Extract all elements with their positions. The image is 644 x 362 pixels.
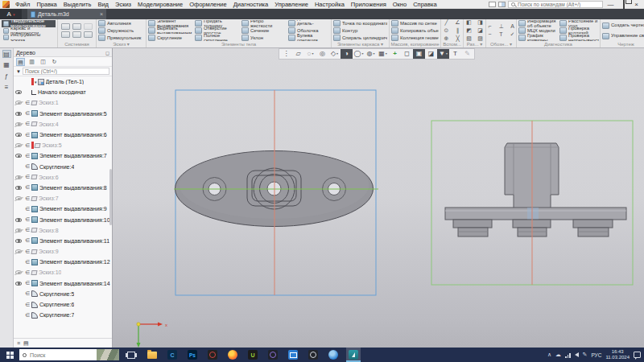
tree-item[interactable]: ∈Эскиз:5	[14, 140, 112, 150]
language-indicator[interactable]: РУС	[591, 352, 601, 358]
menu-item[interactable]: Приложения	[348, 1, 390, 8]
menu-item[interactable]: Справка	[410, 1, 440, 8]
model-scene[interactable]: x	[113, 48, 644, 348]
offset-plane-icon[interactable]: ⊕	[442, 35, 451, 42]
eye-icon[interactable]	[15, 282, 22, 286]
expander-icon[interactable]: ▾	[35, 80, 37, 84]
tree-toolbar-icon-1[interactable]: ▥	[27, 58, 36, 66]
partition-2-icon[interactable]: ◨	[476, 19, 485, 26]
cross-section-icon[interactable]: ╳	[453, 35, 462, 42]
tree-item[interactable]: ∈Элемент выдавливания:7	[14, 150, 112, 161]
kompas-3d-taskbar-button[interactable]	[346, 348, 361, 362]
ribbon-button[interactable]: Проверка коллизий	[559, 27, 599, 35]
ribbon-button[interactable]: Оболочка	[288, 27, 331, 35]
panel-strip-icon-1[interactable]: ▦	[2, 61, 11, 69]
tree-item[interactable]: ∈Эскиз:1	[14, 97, 112, 108]
command-search-input[interactable]	[509, 2, 602, 7]
eye-icon[interactable]	[15, 249, 22, 253]
ribbon-mode-button[interactable]: Инструменты эскиза	[2, 34, 56, 41]
eye-icon[interactable]	[15, 270, 22, 274]
text-label-icon[interactable]: А	[508, 23, 516, 30]
eye-icon[interactable]	[15, 101, 22, 105]
ribbon-button[interactable]: Придать толщину	[195, 20, 240, 27]
properties-icon[interactable]: ◪	[425, 49, 437, 59]
app-menu-button[interactable]: А▾	[0, 9, 22, 19]
tree-item[interactable]: ∈Элемент выдавливания:8	[14, 183, 112, 193]
datum-icon[interactable]: ⊥	[497, 23, 506, 30]
firefox-taskbar-button[interactable]	[225, 348, 240, 362]
document-tab[interactable]: Деталь.m3d ×	[27, 9, 106, 19]
ide-purple-taskbar-button[interactable]	[266, 348, 280, 362]
tab-close-icon[interactable]: ×	[100, 11, 103, 17]
eye-icon[interactable]	[15, 143, 22, 147]
command-search[interactable]	[508, 1, 603, 8]
ribbon-button[interactable]: Автолиния	[98, 20, 144, 27]
toolbar-grip-icon[interactable]: ⋮	[280, 49, 292, 59]
partition-4-icon[interactable]: ◪	[476, 27, 485, 34]
eye-icon[interactable]	[15, 186, 22, 190]
leader-icon[interactable]: ⌐	[486, 23, 494, 30]
opera-taskbar-button[interactable]	[205, 348, 220, 362]
save-icon[interactable]	[84, 31, 93, 38]
tree-item[interactable]: ∈Элемент выдавливания:6	[14, 130, 112, 140]
auxiliary-line-icon[interactable]: ╱	[442, 19, 451, 26]
sketch-plane-icon[interactable]: ▱	[292, 49, 304, 59]
check-mark-icon[interactable]: ✓	[508, 31, 516, 38]
tree-item[interactable]: ∈Элемент выдавливания:12	[14, 257, 112, 267]
ribbon-button[interactable]: Копировать объекты	[391, 27, 439, 35]
tree-search-input[interactable]	[23, 68, 109, 75]
zoom-icon[interactable]: ◌▾	[304, 49, 316, 59]
new-document-icon[interactable]	[61, 23, 70, 30]
file-explorer-taskbar-button[interactable]	[145, 348, 159, 362]
clock[interactable]: 16:43 11.03.2024	[605, 349, 630, 360]
network-icon[interactable]	[565, 352, 571, 358]
menu-item[interactable]: Диагностика	[230, 1, 271, 8]
auxiliary-axis-icon[interactable]: ⊙	[442, 27, 451, 34]
ribbon-button[interactable]: МЦХ модели	[518, 27, 558, 35]
eye-icon[interactable]	[15, 228, 22, 232]
view-cube-icon[interactable]: ◻	[401, 49, 413, 59]
ribbon-button[interactable]: Коллекция геометрии	[391, 34, 439, 41]
tree-item[interactable]: ∈Скругление:7	[14, 310, 112, 320]
save-as-icon[interactable]	[84, 23, 93, 30]
partition-6-icon[interactable]: ▨	[476, 35, 485, 42]
print-preview-icon[interactable]	[72, 31, 81, 38]
taskbar-search-input[interactable]	[27, 352, 75, 359]
ribbon-mode-button[interactable]: Каркас и поверхности	[2, 27, 56, 35]
eye-icon[interactable]	[15, 175, 22, 179]
tree-item[interactable]: ∈Эскиз:7	[14, 193, 112, 204]
eye-icon[interactable]	[15, 112, 22, 116]
tree-item[interactable]: ∈Скругление:6	[14, 299, 112, 310]
partition-3-icon[interactable]: ◩	[464, 27, 473, 34]
browser-c-taskbar-button[interactable]: C	[165, 348, 180, 362]
taskbar-search[interactable]	[19, 349, 119, 360]
hide-objects-icon[interactable]: ◍▾	[365, 49, 377, 59]
filter-icon[interactable]: ▼	[16, 69, 21, 74]
eye-icon[interactable]	[15, 239, 22, 243]
task-view-icon[interactable]	[127, 352, 135, 359]
tree-footer-icon-0[interactable]: ≡	[17, 340, 20, 346]
parallel-plane-icon[interactable]: ∥	[453, 27, 462, 34]
section-view-icon[interactable]: ▦▾	[377, 49, 389, 59]
eye-icon[interactable]	[15, 122, 22, 126]
ribbon-button[interactable]: Отверстие простое	[195, 27, 240, 35]
ribbon-button[interactable]: Булева операция	[288, 34, 331, 41]
ribbon-button[interactable]: Прямоугольник	[98, 34, 144, 41]
window-layout-icon[interactable]	[489, 2, 496, 7]
menu-item[interactable]: Настройка	[312, 1, 348, 8]
tree-item[interactable]: ∈Эскиз:8	[14, 225, 112, 236]
menu-item[interactable]: Оформление	[186, 1, 230, 8]
tree-item[interactable]: ∈Элемент выдавливания:5	[14, 109, 112, 119]
wave-symbol-icon[interactable]: ~	[486, 31, 494, 38]
mail-taskbar-button[interactable]	[286, 348, 300, 362]
shaded-display-icon[interactable]: ◑	[341, 49, 353, 59]
ribbon-button[interactable]: Точка по координатам	[333, 20, 387, 27]
measure-pen-icon[interactable]: ✎	[461, 49, 473, 59]
notifications-icon[interactable]	[634, 352, 641, 358]
ribbon-button[interactable]: Скругление	[148, 34, 193, 41]
close-button[interactable]: ×	[631, 1, 642, 8]
filter-objects-icon[interactable]: ▼▾	[437, 49, 449, 59]
panel-close-icon[interactable]: ◻	[105, 50, 109, 56]
panel-strip-icon-3[interactable]: ≡	[2, 84, 11, 92]
ribbon-button[interactable]: Информация об объекте	[518, 20, 558, 27]
